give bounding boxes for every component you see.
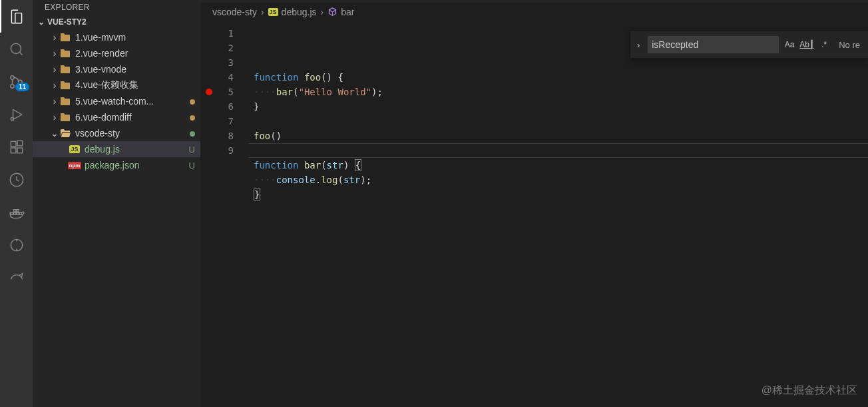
run-debug-icon[interactable] [0, 98, 33, 131]
line-number: 3 [200, 55, 234, 70]
code-line[interactable]: } [254, 99, 863, 114]
gitlens-icon[interactable] [0, 228, 33, 261]
svg-rect-6 [11, 148, 16, 153]
tree-item-label: 5.vue-watch-com... [75, 96, 186, 107]
breadcrumb-folder[interactable]: vscode-sty [212, 7, 257, 17]
line-number: 4 [200, 70, 234, 85]
code-line[interactable] [254, 114, 863, 129]
modified-dot-icon [190, 113, 195, 123]
breadcrumb-symbol[interactable]: bar [327, 7, 354, 17]
svg-rect-8 [17, 141, 23, 146]
tree-item-label: 1.vue-mvvm [75, 32, 195, 43]
line-number: 2 [200, 41, 234, 55]
tree-item-label: 4.vue-依赖收集 [75, 79, 195, 91]
method-icon [327, 7, 337, 17]
source-control-icon[interactable]: 11 [0, 65, 33, 98]
folder-item[interactable]: ⌄vscode-sty [33, 125, 200, 141]
code-area[interactable]: function foo() {····bar("Hello World");}… [248, 21, 868, 407]
find-expand-icon[interactable]: › [633, 34, 644, 55]
sidebar-section-header[interactable]: ⌄ VUE-STY2 [33, 15, 200, 29]
code-line[interactable]: } [254, 187, 863, 202]
tree-item-label: package.json [85, 160, 185, 171]
code-line[interactable]: function foo() { [254, 70, 863, 85]
svg-point-1 [10, 75, 13, 79]
docker-icon[interactable] [0, 196, 33, 228]
file-item[interactable]: JSdebug.jsU [33, 141, 200, 157]
match-word-toggle[interactable]: Ab┃ [800, 38, 813, 51]
breadcrumb-file[interactable]: JS debug.js [268, 7, 317, 17]
chevron-right-icon: › [50, 81, 59, 90]
sidebar-title: EXPLORER [33, 0, 200, 15]
chevron-right-icon: › [50, 49, 59, 58]
activity-bar: 11 [0, 0, 33, 407]
find-input[interactable] [648, 36, 779, 53]
tree-item-label: vscode-sty [75, 128, 186, 139]
line-number: 1 [200, 26, 234, 41]
js-icon: JS [268, 8, 278, 16]
scm-badge: 11 [15, 83, 29, 91]
tree-item-label: 2.vue-render [75, 48, 195, 59]
folder-item[interactable]: ›3.vue-vnode [33, 61, 200, 77]
code-line[interactable]: ····console.log(str); [254, 173, 863, 187]
git-status-u: U [189, 161, 195, 171]
git-status-u: U [189, 145, 195, 155]
find-result-count: No re [835, 40, 864, 50]
watermark: @稀土掘金技术社区 [761, 384, 857, 398]
svg-point-2 [10, 84, 13, 87]
svg-rect-7 [17, 148, 23, 153]
chevron-right-icon: › [50, 97, 59, 106]
tree-item-label: 6.vue-domdiff [75, 112, 186, 123]
line-number: 6 [200, 99, 234, 114]
extensions-icon[interactable] [0, 131, 33, 163]
line-number-gutter: 123456789 [200, 21, 248, 407]
svg-rect-5 [11, 141, 16, 147]
chevron-right-icon: › [50, 65, 59, 74]
line-number: 7 [200, 114, 234, 129]
line-number: 9 [200, 143, 234, 158]
svg-point-0 [11, 43, 21, 53]
svg-point-4 [11, 117, 13, 120]
folder-item[interactable]: ›4.vue-依赖收集 [33, 77, 200, 93]
breadcrumb[interactable]: vscode-sty › JS debug.js › bar [200, 3, 868, 21]
chevron-right-icon: › [261, 7, 264, 17]
share-icon[interactable] [0, 261, 33, 294]
chevron-right-icon: › [50, 33, 59, 42]
modified-dot-icon [190, 129, 195, 139]
folder-item[interactable]: ›5.vue-watch-com... [33, 93, 200, 109]
code-line[interactable] [254, 143, 863, 158]
line-number: 8 [200, 129, 234, 143]
search-icon[interactable] [0, 33, 33, 65]
js-icon: JS [69, 145, 79, 153]
explorer-icon[interactable] [0, 0, 33, 33]
npm-icon: npm [68, 162, 82, 169]
folder-item[interactable]: ›2.vue-render [33, 45, 200, 61]
chevron-down-icon: ⌄ [37, 17, 46, 27]
folder-item[interactable]: ›6.vue-domdiff [33, 109, 200, 125]
sidebar: EXPLORER ⌄ VUE-STY2 ›1.vue-mvvm›2.vue-re… [33, 0, 200, 407]
section-label: VUE-STY2 [47, 17, 87, 27]
breakpoint-icon[interactable] [206, 89, 212, 95]
tree-item-label: 3.vue-vnode [75, 64, 195, 75]
file-item[interactable]: npmpackage.jsonU [33, 157, 200, 173]
modified-dot-icon [190, 97, 195, 107]
editor-group: vscode-sty › JS debug.js › bar › Aa Ab┃ … [200, 0, 868, 407]
chevron-down-icon: ⌄ [50, 129, 59, 138]
editor[interactable]: 123456789 function foo() {····bar("Hello… [200, 21, 868, 407]
line-number: 5 [200, 85, 234, 99]
find-widget: › Aa Ab┃ .* No re [630, 31, 868, 58]
chevron-right-icon: › [321, 7, 324, 17]
regex-toggle[interactable]: .* [817, 38, 831, 51]
code-line[interactable]: ····bar("Hello World"); [254, 85, 863, 99]
code-line[interactable]: function bar(str) { [254, 158, 863, 173]
chevron-right-icon: › [50, 113, 59, 122]
thunder-icon[interactable] [0, 163, 33, 196]
file-tree: ›1.vue-mvvm›2.vue-render›3.vue-vnode›4.v… [33, 29, 200, 407]
folder-item[interactable]: ›1.vue-mvvm [33, 29, 200, 45]
tree-item-label: debug.js [85, 144, 185, 155]
match-case-toggle[interactable]: Aa [783, 38, 796, 51]
code-line[interactable]: foo() [254, 129, 863, 143]
